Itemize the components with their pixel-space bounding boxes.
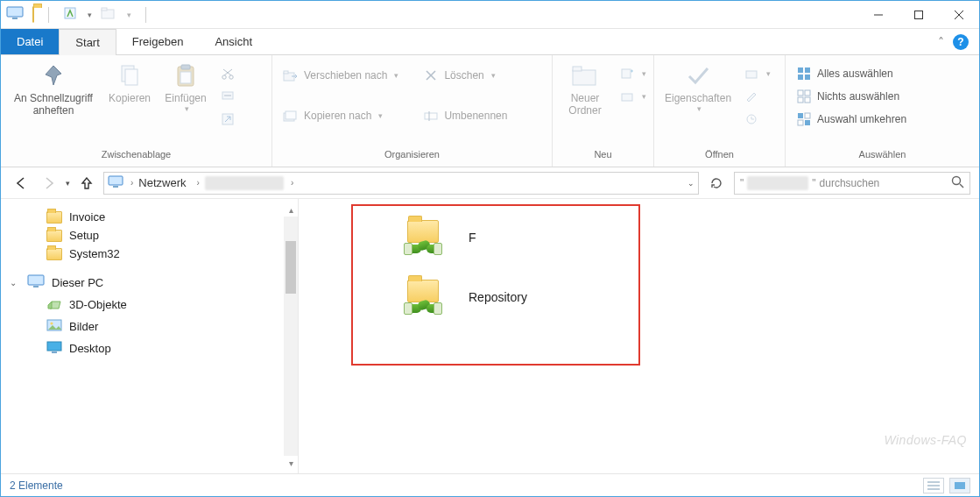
svg-line-16 [223,69,231,75]
delete-label: Löschen [444,69,483,82]
select-all-icon [796,66,812,82]
breadcrumb-label: Netzwerk [138,176,186,189]
select-none-button[interactable]: Nichts auswählen [791,85,912,108]
open-button[interactable]: ▾ [738,62,776,85]
pin-to-quick-access-button[interactable]: An Schnellzugriff anheften [6,59,101,119]
tree-item-label: System32 [69,247,120,260]
refresh-button[interactable] [704,172,729,195]
tree-item-label: Bilder [69,320,98,333]
highlight-box [351,204,640,366]
qat-dropdown-icon[interactable]: ▾ [88,11,92,19]
tree-item[interactable]: Bilder [1,316,298,337]
tree-item-label: Setup [69,229,99,242]
scroll-thumb[interactable] [286,241,296,294]
svg-rect-58 [52,351,57,353]
paste-shortcut-button[interactable] [215,108,241,131]
folder-icon [46,211,62,224]
redacted-host: . [205,176,284,190]
help-icon[interactable]: ? [953,34,969,50]
collapse-ribbon-icon[interactable]: ˄ [938,35,944,49]
svg-rect-33 [746,71,757,78]
svg-rect-47 [109,176,123,185]
pin-icon [39,60,68,90]
pc-icon [108,175,123,190]
new-item-button[interactable]: ▾ [614,62,652,85]
ribbon-tabs: Datei Start Freigeben Ansicht ˄ ? [1,29,979,55]
up-button[interactable] [75,172,98,195]
tree-item[interactable]: Setup [1,226,298,245]
tree-item[interactable]: 3D-Objekte [1,294,298,316]
chevron-down-icon: ▾ [491,71,496,80]
svg-point-14 [222,75,226,79]
new-folder-button[interactable]: Neuer Ordner [558,59,612,119]
tree-item-label: Dieser PC [52,276,103,289]
invert-selection-icon [796,111,812,127]
paste-button[interactable]: Einfügen ▾ [159,59,213,116]
history-button[interactable] [738,108,776,131]
svg-rect-35 [798,67,803,73]
chevron-right-icon: › [197,178,200,188]
back-button[interactable] [10,172,32,195]
tab-start[interactable]: Start [59,29,116,55]
tree-item[interactable]: Invoice [1,208,298,226]
properties-icon[interactable] [63,6,77,24]
easy-access-button[interactable]: ▾ [614,85,652,108]
tree-item[interactable]: Desktop [1,337,298,359]
rename-label: Umbenennen [444,110,507,122]
edit-button[interactable] [738,85,776,108]
address-bar[interactable]: › Netzwerk › . › ⌄ [103,172,699,195]
invert-selection-button[interactable]: Auswahl umkehren [791,108,912,131]
delete-button[interactable]: Löschen ▾ [418,64,512,87]
easy-access-icon [619,89,635,104]
expand-icon[interactable]: ⌄ [10,278,18,288]
paste-icon [171,60,201,90]
new-folder-qat-icon[interactable] [101,6,116,24]
maximize-button[interactable] [899,1,939,29]
history-icon [744,111,759,127]
move-to-label: Verschieben nach [304,69,387,82]
copy-to-label: Kopieren nach [304,110,371,122]
breadcrumb-network[interactable]: › Netzwerk [127,176,190,189]
details-view-button[interactable] [923,478,944,493]
forward-button[interactable] [38,172,60,195]
navigation-tree[interactable]: Invoice Setup System32 ⌄ Dieser PC 3D-Ob… [1,199,299,473]
tab-file[interactable]: Datei [1,29,59,54]
chevron-down-icon: ▾ [642,69,646,78]
search-box[interactable]: "." durchsuchen [734,172,970,195]
scroll-track[interactable] [284,217,298,456]
tree-item-label: Desktop [69,342,111,355]
tab-view[interactable]: Ansicht [199,29,268,54]
svg-line-50 [960,184,963,188]
select-all-button[interactable]: Alles auswählen [791,62,912,85]
properties-button[interactable]: Eigenschaften ▾ [659,59,737,116]
icons-view-button[interactable] [949,478,970,493]
minimize-button[interactable] [858,1,899,29]
svg-rect-40 [805,90,810,96]
qat-overflow-icon[interactable]: ▾ [127,11,131,19]
objects-icon [46,296,62,313]
ribbon: An Schnellzugriff anheften Kopieren Einf… [1,55,979,167]
svg-rect-0 [7,7,23,17]
copy-button[interactable]: Kopieren [102,59,157,106]
cut-button[interactable] [215,62,241,85]
content-pane[interactable]: F Repository Windows-FAQ [299,199,979,473]
scroll-down-icon[interactable]: ▾ [284,456,298,470]
scroll-up-icon[interactable]: ▴ [284,202,298,217]
pin-label: An Schnellzugriff anheften [14,92,93,117]
breadcrumb-host[interactable]: › . [194,176,287,190]
svg-rect-38 [805,75,810,80]
recent-locations-icon[interactable]: ▾ [66,179,70,188]
tree-item[interactable]: System32 [1,245,298,263]
copy-to-button[interactable]: Kopieren nach ▾ [278,104,404,127]
group-label: Auswählen [786,149,979,167]
separator [48,7,49,23]
tree-scrollbar[interactable]: ▴ ▾ [284,202,298,470]
tree-item-this-pc[interactable]: ⌄ Dieser PC [1,272,298,294]
copy-path-button[interactable] [215,85,241,108]
tab-share[interactable]: Freigeben [116,29,200,54]
address-dropdown-icon[interactable]: ⌄ [687,179,694,188]
move-to-button[interactable]: Verschieben nach ▾ [278,64,404,87]
chevron-down-icon: ▾ [766,69,771,78]
rename-button[interactable]: Umbenennen [418,104,512,127]
close-button[interactable] [939,1,979,29]
